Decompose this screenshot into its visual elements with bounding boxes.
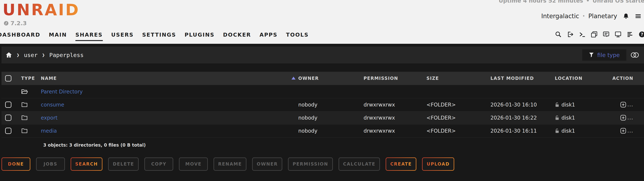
- lock-icon: [555, 128, 559, 133]
- row-actions-button[interactable]: ...: [620, 128, 633, 134]
- size-value: <FOLDER>: [426, 114, 456, 121]
- column-header-owner[interactable]: OWNER: [298, 76, 319, 81]
- last-modified-value: 2026-01-30 16:22: [490, 114, 537, 121]
- jobs-button: JOBS: [36, 158, 65, 171]
- permission-button: PERMISSION: [288, 158, 333, 171]
- row-checkbox[interactable]: [5, 114, 12, 121]
- nav-apps[interactable]: APPS: [260, 32, 278, 41]
- main-nav: DASHBOARD MAIN SHARES USERS SETTINGS PLU…: [0, 32, 309, 41]
- terminal-icon[interactable]: [579, 31, 586, 38]
- search-button[interactable]: SEARCH: [70, 158, 102, 171]
- column-header-size[interactable]: SIZE: [426, 76, 439, 81]
- version-status-icon: [4, 21, 9, 26]
- folder-link[interactable]: export: [41, 114, 58, 121]
- logs-icon[interactable]: [626, 31, 634, 38]
- logout-icon[interactable]: [567, 31, 574, 38]
- calculate-button: CALCULATE: [338, 158, 380, 171]
- size-value: <FOLDER>: [426, 102, 456, 108]
- row-actions-button[interactable]: ...: [620, 101, 633, 108]
- create-button[interactable]: CREATE: [386, 158, 416, 171]
- last-modified-value: 2026-01-30 16:11: [490, 128, 537, 134]
- view-toggle-icon[interactable]: [630, 52, 639, 58]
- breadcrumb-chevron-icon: ❯: [16, 52, 20, 58]
- folder-link[interactable]: media: [41, 128, 57, 134]
- more-ellipsis: ...: [627, 128, 633, 134]
- breadcrumb-paperpless[interactable]: Paperpless: [49, 52, 84, 58]
- column-header-type[interactable]: TYPE: [21, 76, 35, 81]
- folder-open-icon: [21, 88, 28, 95]
- server-name: Intergalactic: [541, 12, 579, 20]
- nav-dashboard[interactable]: DASHBOARD: [0, 32, 40, 41]
- table-row-parent-directory: Parent Directory: [2, 85, 644, 98]
- delete-button: DELETE: [108, 158, 139, 171]
- column-header-permission[interactable]: PERMISSION: [364, 76, 398, 81]
- last-modified-value: 2026-01-30 16:10: [490, 102, 537, 108]
- location-value: disk1: [562, 102, 575, 108]
- hamburger-menu-icon[interactable]: [635, 13, 642, 19]
- owner-value: nobody: [298, 102, 318, 108]
- size-value: <FOLDER>: [426, 128, 456, 134]
- upload-button[interactable]: UPLOAD: [422, 158, 454, 171]
- version-text: 7.2.3: [10, 20, 27, 26]
- filter-funnel-icon: [589, 52, 594, 58]
- nav-settings[interactable]: SETTINGS: [142, 32, 176, 41]
- breadcrumb-user[interactable]: user: [24, 52, 38, 58]
- column-header-location[interactable]: LOCATION: [555, 76, 582, 81]
- server-separator: •: [582, 14, 585, 19]
- copy-button: COPY: [144, 158, 173, 171]
- svg-text:?: ?: [641, 32, 643, 37]
- unraid-file-manager-page: UNRAID 7.2.3 Uptime 4 hours 52 minutes •…: [0, 0, 644, 181]
- done-button[interactable]: DONE: [2, 158, 30, 171]
- rename-button: RENAME: [214, 158, 246, 171]
- help-icon[interactable]: ?: [638, 31, 644, 38]
- row-checkbox[interactable]: [5, 102, 12, 108]
- file-type-filter[interactable]: file type: [582, 49, 626, 61]
- nav-shares[interactable]: SHARES: [76, 32, 103, 41]
- nav-tools[interactable]: TOOLS: [286, 32, 308, 41]
- column-header-last-modified[interactable]: LAST MODIFIED: [490, 76, 534, 81]
- folder-link[interactable]: consume: [41, 102, 64, 108]
- feedback-icon[interactable]: [602, 31, 610, 38]
- sort-ascending-icon[interactable]: [292, 76, 296, 80]
- quick-actions: ?: [555, 31, 644, 38]
- lock-icon: [555, 115, 559, 120]
- nav-plugins[interactable]: PLUGINS: [185, 32, 214, 41]
- uptime-separator: •: [586, 0, 590, 4]
- unraid-logo[interactable]: UNRAID: [2, 2, 80, 18]
- expand-plus-icon: [620, 101, 626, 108]
- nav-users[interactable]: USERS: [111, 32, 134, 41]
- filter-label: file type: [597, 52, 620, 58]
- row-actions-button[interactable]: ...: [620, 114, 633, 121]
- table-header-row: TYPE NAME OWNER PERMISSION SIZE LAST MOD…: [2, 72, 644, 85]
- location-value: disk1: [562, 114, 575, 121]
- row-checkbox[interactable]: [5, 128, 12, 134]
- home-icon[interactable]: [6, 52, 12, 58]
- object-count-summary: 3 objects: 3 directories, 0 files (0 B t…: [43, 142, 146, 148]
- table-row-media: media nobody drwxrwxrwx <FOLDER> 2026-01…: [2, 124, 644, 138]
- breadcrumb-tools: file type: [582, 49, 639, 61]
- location-value: disk1: [562, 128, 575, 134]
- uptime-text: Uptime 4 hours 52 minutes: [499, 0, 583, 4]
- display-icon[interactable]: [614, 31, 622, 38]
- move-button: MOVE: [179, 158, 208, 171]
- parent-directory-link[interactable]: Parent Directory: [41, 88, 83, 94]
- select-all-checkbox[interactable]: [5, 75, 12, 82]
- top-header: UNRAID 7.2.3 Uptime 4 hours 52 minutes •…: [0, 0, 644, 44]
- permission-value: drwxrwxrwx: [364, 128, 395, 134]
- nav-main[interactable]: MAIN: [49, 32, 67, 41]
- lock-icon: [555, 102, 559, 107]
- action-button-bar: DONE JOBS SEARCH DELETE COPY MOVE RENAME…: [2, 158, 454, 171]
- owner-button: OWNER: [252, 158, 282, 171]
- table-row-consume: consume nobody drwxrwxrwx <FOLDER> 2026-…: [2, 98, 644, 112]
- search-icon[interactable]: [555, 31, 562, 38]
- expand-plus-icon: [620, 114, 626, 121]
- uptime-status: Uptime 4 hours 52 minutes • Unraid OS st…: [499, 0, 644, 4]
- breadcrumb: ❯ user ❯ Paperpless: [6, 52, 84, 58]
- file-manager-panel: ❯ user ❯ Paperpless file type: [0, 44, 644, 181]
- column-header-name[interactable]: NAME: [41, 76, 57, 81]
- notifications-bell-icon[interactable]: [623, 13, 629, 20]
- breadcrumb-chevron-icon: ❯: [42, 52, 45, 58]
- copy-icon[interactable]: [591, 31, 598, 38]
- folder-icon: [21, 102, 28, 108]
- nav-docker[interactable]: DOCKER: [223, 32, 251, 41]
